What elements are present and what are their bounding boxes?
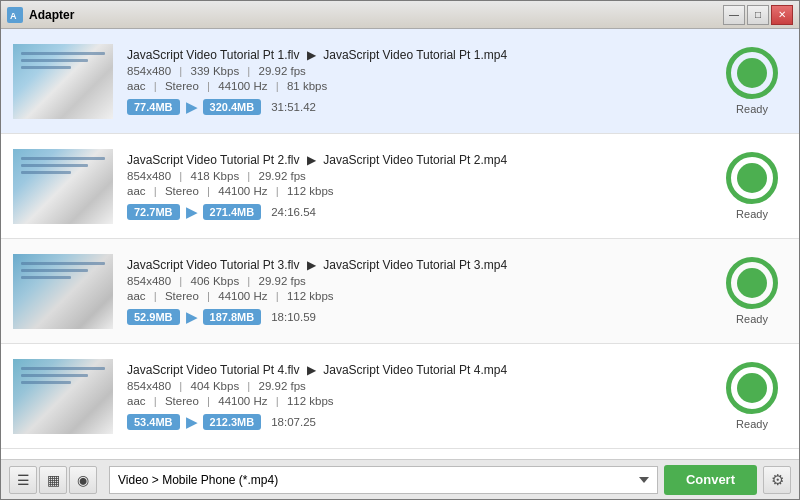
size-arrow-icon: ▶ [186,309,197,325]
size-to: 187.8MB [203,309,262,325]
format-selector[interactable]: Video > Mobile Phone (*.mp4)Video > MP4 … [109,466,658,494]
file-size-row: 72.7MB ▶ 271.4MB 24:16.54 [127,204,717,220]
list-view-button[interactable]: ☰ [9,466,37,494]
main-window: A Adapter — □ ✕ JavaScript Video Tutoria… [0,0,800,500]
title-bar: A Adapter — □ ✕ [1,1,799,29]
app-icon: A [7,7,23,23]
maximize-button[interactable]: □ [747,5,769,25]
duration: 18:07.25 [271,416,316,428]
status-indicator: Ready [717,152,787,220]
status-circle [726,362,778,414]
source-filename: JavaScript Video Tutorial Pt 4.flv [127,363,300,377]
thumbnail [13,149,113,224]
file-item[interactable]: JavaScript Video Tutorial Pt 3.flv ▶ Jav… [1,239,799,344]
status-circle [726,152,778,204]
size-from: 52.9MB [127,309,180,325]
bottom-bar: ☰ ▦ ◉ Video > Mobile Phone (*.mp4)Video … [1,459,799,499]
size-to: 271.4MB [203,204,262,220]
settings-button[interactable]: ⚙ [763,466,791,494]
size-from: 72.7MB [127,204,180,220]
codec: aac [127,290,146,302]
size-arrow-icon: ▶ [186,99,197,115]
file-name: JavaScript Video Tutorial Pt 2.flv ▶ Jav… [127,153,717,167]
resolution: 854x480 [127,380,171,392]
status-label: Ready [736,208,768,220]
channels: Stereo [165,80,199,92]
status-indicator: Ready [717,47,787,115]
channels: Stereo [165,395,199,407]
bitrate: 339 Kbps [191,65,240,77]
duration: 24:16.54 [271,206,316,218]
audio-bitrate: 112 kbps [287,290,334,302]
file-info: JavaScript Video Tutorial Pt 1.flv ▶ Jav… [127,48,717,115]
window-controls: — □ ✕ [723,5,793,25]
file-specs-2: aac | Stereo | 44100 Hz | 112 kbps [127,290,717,302]
settings-icon: ⚙ [771,471,784,489]
convert-arrow: ▶ [307,258,319,272]
status-indicator: Ready [717,257,787,325]
status-circle-inner [737,373,767,403]
sample-rate: 44100 Hz [218,185,267,197]
audio-bitrate: 81 kbps [287,80,327,92]
file-item[interactable]: JavaScript Video Tutorial Pt 1.flv ▶ Jav… [1,29,799,134]
convert-button[interactable]: Convert [664,465,757,495]
file-name: JavaScript Video Tutorial Pt 1.flv ▶ Jav… [127,48,717,62]
sample-rate: 44100 Hz [218,290,267,302]
svg-text:A: A [10,11,17,21]
thumbnail [13,254,113,329]
target-filename: JavaScript Video Tutorial Pt 3.mp4 [323,258,507,272]
status-circle-inner [737,58,767,88]
bitrate: 418 Kbps [191,170,240,182]
size-from: 77.4MB [127,99,180,115]
close-button[interactable]: ✕ [771,5,793,25]
sample-rate: 44100 Hz [218,80,267,92]
file-item[interactable]: JavaScript Video Tutorial Pt 2.flv ▶ Jav… [1,134,799,239]
file-specs-2: aac | Stereo | 44100 Hz | 112 kbps [127,185,717,197]
sample-rate: 44100 Hz [218,395,267,407]
channels: Stereo [165,290,199,302]
bitrate: 406 Kbps [191,275,240,287]
file-info: JavaScript Video Tutorial Pt 4.flv ▶ Jav… [127,363,717,430]
window-title: Adapter [29,8,723,22]
file-info: JavaScript Video Tutorial Pt 2.flv ▶ Jav… [127,153,717,220]
fps: 29.92 fps [259,65,306,77]
target-filename: JavaScript Video Tutorial Pt 1.mp4 [323,48,507,62]
size-arrow-icon: ▶ [186,204,197,220]
preview-icon: ◉ [77,472,89,488]
status-circle-inner [737,268,767,298]
size-from: 53.4MB [127,414,180,430]
preview-button[interactable]: ◉ [69,466,97,494]
status-label: Ready [736,103,768,115]
source-filename: JavaScript Video Tutorial Pt 1.flv [127,48,300,62]
audio-bitrate: 112 kbps [287,395,334,407]
source-filename: JavaScript Video Tutorial Pt 3.flv [127,258,300,272]
status-circle-inner [737,163,767,193]
file-list[interactable]: JavaScript Video Tutorial Pt 1.flv ▶ Jav… [1,29,799,459]
file-specs-2: aac | Stereo | 44100 Hz | 112 kbps [127,395,717,407]
file-specs-1: 854x480 | 339 Kbps | 29.92 fps [127,65,717,77]
resolution: 854x480 [127,275,171,287]
file-specs-1: 854x480 | 404 Kbps | 29.92 fps [127,380,717,392]
status-label: Ready [736,313,768,325]
fps: 29.92 fps [259,170,306,182]
grid-view-button[interactable]: ▦ [39,466,67,494]
file-size-row: 53.4MB ▶ 212.3MB 18:07.25 [127,414,717,430]
status-circle [726,47,778,99]
target-filename: JavaScript Video Tutorial Pt 4.mp4 [323,363,507,377]
convert-arrow: ▶ [307,363,319,377]
codec: aac [127,395,146,407]
thumbnail [13,359,113,434]
convert-arrow: ▶ [307,48,319,62]
file-size-row: 77.4MB ▶ 320.4MB 31:51.42 [127,99,717,115]
file-info: JavaScript Video Tutorial Pt 3.flv ▶ Jav… [127,258,717,325]
duration: 31:51.42 [271,101,316,113]
list-view-icon: ☰ [17,472,30,488]
source-filename: JavaScript Video Tutorial Pt 2.flv [127,153,300,167]
status-indicator: Ready [717,362,787,430]
size-to: 212.3MB [203,414,262,430]
file-item[interactable]: JavaScript Video Tutorial Pt 4.flv ▶ Jav… [1,344,799,449]
size-to: 320.4MB [203,99,262,115]
thumbnail [13,44,113,119]
minimize-button[interactable]: — [723,5,745,25]
file-size-row: 52.9MB ▶ 187.8MB 18:10.59 [127,309,717,325]
